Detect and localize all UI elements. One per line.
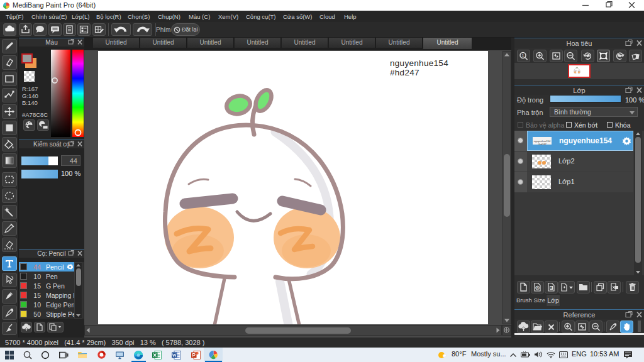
svg-text:#hd247: #hd247 <box>538 143 547 146</box>
svg-text:1: 1 <box>522 53 525 58</box>
